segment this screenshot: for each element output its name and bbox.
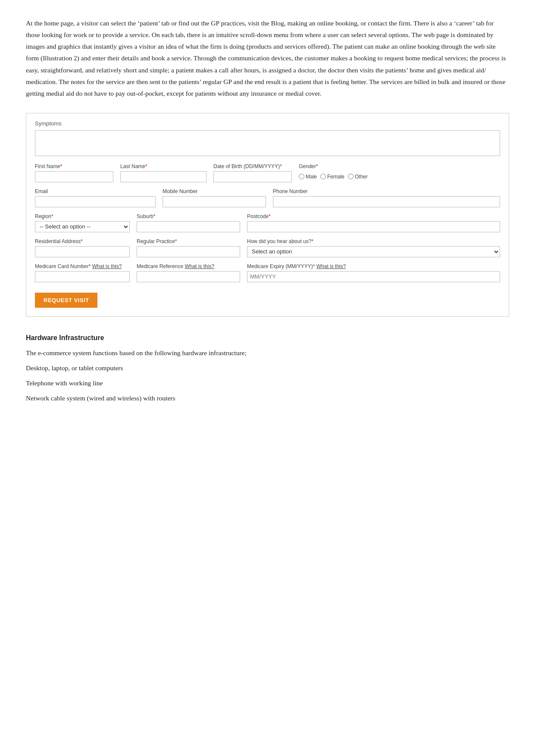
gender-other-radio[interactable] bbox=[348, 174, 354, 179]
gender-group: Gender* Male Female Other bbox=[299, 163, 500, 182]
medicare-card-group: Medicare Card Number* What is this? bbox=[35, 263, 130, 282]
hardware-item-0: Desktop, laptop, or tablet computers bbox=[26, 362, 509, 374]
dob-input[interactable] bbox=[213, 171, 292, 182]
hardware-heading: Hardware Infrastructure bbox=[26, 334, 509, 342]
medicare-card-link[interactable]: What is this? bbox=[92, 263, 122, 269]
first-name-label: First Name* bbox=[35, 163, 113, 169]
postcode-label: Postcode* bbox=[247, 213, 500, 219]
last-name-label: Last Name* bbox=[120, 163, 206, 169]
row-medicare: Medicare Card Number* What is this? Medi… bbox=[35, 263, 500, 282]
symptoms-textarea[interactable] bbox=[35, 130, 500, 156]
hardware-item-2: Network cable system (wired and wireless… bbox=[26, 392, 509, 404]
email-group: Email bbox=[35, 188, 156, 207]
medicare-ref-link[interactable]: What is this? bbox=[185, 263, 214, 269]
postcode-input[interactable] bbox=[247, 221, 500, 232]
gender-female-radio[interactable] bbox=[320, 174, 326, 179]
practice-group: Regular Practice* bbox=[137, 238, 240, 257]
suburb-input[interactable] bbox=[137, 221, 240, 232]
medicare-expiry-input[interactable] bbox=[247, 271, 500, 282]
intro-paragraph: At the home page, a visitor can select t… bbox=[26, 17, 509, 99]
phone-label: Phone Number bbox=[273, 188, 500, 194]
last-name-group: Last Name* bbox=[120, 163, 206, 182]
row-name-dob-gender: First Name* Last Name* Date of Birth (DD… bbox=[35, 163, 500, 182]
phone-input[interactable] bbox=[273, 196, 500, 207]
symptoms-label: Symptoms bbox=[35, 120, 500, 127]
row-address-hear: Residential Address* Regular Practice* H… bbox=[35, 238, 500, 257]
first-name-group: First Name* bbox=[35, 163, 113, 182]
dob-label: Date of Birth (DD/MM/YYYY)* bbox=[213, 163, 292, 169]
gender-female-option[interactable]: Female bbox=[320, 174, 344, 180]
email-label: Email bbox=[35, 188, 156, 194]
region-select[interactable]: -- Select an option -- bbox=[35, 221, 130, 232]
address-group: Residential Address* bbox=[35, 238, 130, 257]
gender-male-option[interactable]: Male bbox=[299, 174, 317, 180]
gender-other-option[interactable]: Other bbox=[348, 174, 368, 180]
region-group: Region* -- Select an option -- bbox=[35, 213, 130, 232]
address-input[interactable] bbox=[35, 246, 130, 257]
suburb-label: Suburb* bbox=[137, 213, 240, 219]
gender-male-radio[interactable] bbox=[299, 174, 304, 179]
row-location: Region* -- Select an option -- Suburb* P… bbox=[35, 213, 500, 232]
mobile-group: Mobile Number bbox=[163, 188, 266, 207]
postcode-group: Postcode* bbox=[247, 213, 500, 232]
practice-input[interactable] bbox=[137, 246, 240, 257]
suburb-group: Suburb* bbox=[137, 213, 240, 232]
medicare-card-input[interactable] bbox=[35, 271, 130, 282]
hear-label: How did you hear about us?* bbox=[247, 238, 500, 244]
request-visit-button[interactable]: REQUEST VISIT bbox=[35, 293, 97, 308]
booking-form: Symptoms First Name* Last Name* Date of … bbox=[26, 113, 509, 317]
hear-group: How did you hear about us?* Select an op… bbox=[247, 238, 500, 257]
row-contact: Email Mobile Number Phone Number bbox=[35, 188, 500, 207]
medicare-expiry-link[interactable]: What is this? bbox=[316, 263, 346, 269]
hear-select[interactable]: Select an option bbox=[247, 246, 500, 257]
medicare-ref-group: Medicare Reference What is this? bbox=[137, 263, 240, 282]
medicare-ref-input[interactable] bbox=[137, 271, 240, 282]
gender-options: Male Female Other bbox=[299, 171, 500, 182]
hardware-intro: The e-commerce system functions based on… bbox=[26, 347, 509, 359]
phone-group: Phone Number bbox=[273, 188, 500, 207]
medicare-expiry-group: Medicare Expiry (MM/YYYY)* What is this? bbox=[247, 263, 500, 282]
last-name-input[interactable] bbox=[120, 171, 206, 182]
email-input[interactable] bbox=[35, 196, 156, 207]
medicare-ref-label: Medicare Reference What is this? bbox=[137, 263, 240, 269]
dob-group: Date of Birth (DD/MM/YYYY)* bbox=[213, 163, 292, 182]
gender-label: Gender* bbox=[299, 163, 500, 169]
medicare-card-label: Medicare Card Number* What is this? bbox=[35, 263, 130, 269]
hardware-item-1: Telephone with working line bbox=[26, 377, 509, 389]
first-name-input[interactable] bbox=[35, 171, 113, 182]
practice-label: Regular Practice* bbox=[137, 238, 240, 244]
mobile-input[interactable] bbox=[163, 196, 266, 207]
address-label: Residential Address* bbox=[35, 238, 130, 244]
region-label: Region* bbox=[35, 213, 130, 219]
medicare-expiry-label: Medicare Expiry (MM/YYYY)* What is this? bbox=[247, 263, 500, 269]
mobile-label: Mobile Number bbox=[163, 188, 266, 194]
hardware-section: Hardware Infrastructure The e-commerce s… bbox=[26, 334, 509, 404]
